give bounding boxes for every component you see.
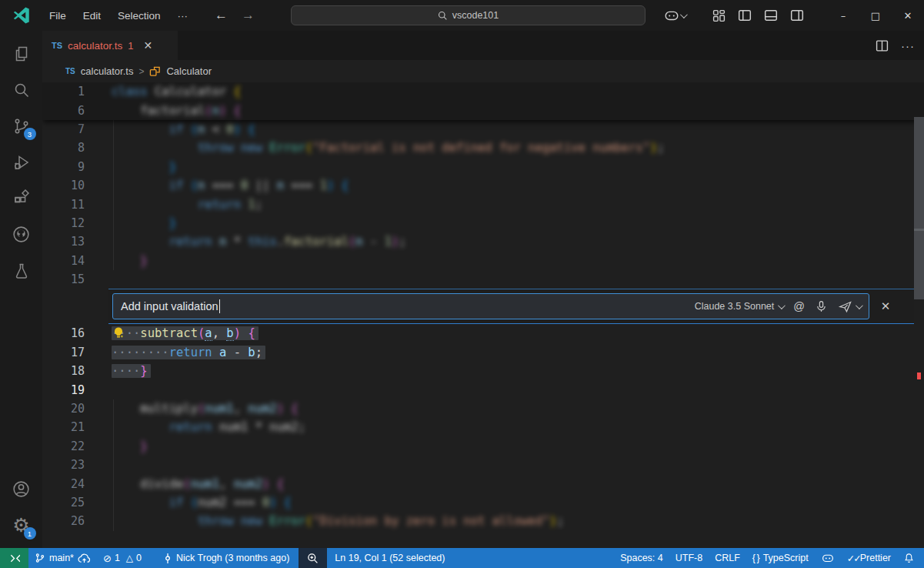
code-line-9[interactable]: 9 } bbox=[42, 158, 924, 176]
attach-context-icon[interactable]: @ bbox=[793, 300, 805, 312]
code-line-24[interactable]: 24 divide(num1, num2) { bbox=[42, 474, 924, 493]
problems-status[interactable]: ⊘ 1 △ 0 bbox=[97, 548, 148, 568]
testing-icon[interactable] bbox=[3, 252, 40, 289]
zoom-status[interactable] bbox=[299, 548, 327, 568]
search-sidebar-icon[interactable] bbox=[3, 72, 40, 108]
vertical-scrollbar[interactable] bbox=[914, 117, 924, 299]
window-close-button[interactable]: ✕ bbox=[892, 0, 924, 31]
code-token: } bbox=[140, 254, 147, 268]
extensions-icon[interactable] bbox=[3, 180, 40, 216]
line-number: 16 bbox=[42, 326, 85, 340]
copilot-lightbulb-icon[interactable] bbox=[112, 326, 125, 340]
cursor-position-status[interactable]: Ln 19, Col 1 (52 selected) bbox=[329, 548, 451, 568]
code-line-13[interactable]: 13 return n * this.factorial(n - 1); bbox=[42, 232, 924, 251]
whitespace bbox=[112, 179, 169, 192]
code-line-18[interactable]: 18····} bbox=[42, 362, 924, 380]
code-line-26[interactable]: 26 throw new Error("Division by zero is … bbox=[42, 512, 924, 530]
editor-more-actions-icon[interactable]: ··· bbox=[901, 39, 915, 52]
inline-chat-input[interactable]: Add input validation Claude 3.5 Sonnet @ bbox=[112, 293, 869, 319]
nav-back-icon[interactable]: ← bbox=[215, 8, 228, 23]
symbol-class-icon bbox=[149, 65, 161, 77]
code-token: ) { bbox=[262, 477, 284, 491]
code-line-25[interactable]: 25 if (num2 === 0) { bbox=[42, 493, 924, 512]
code-line-17[interactable]: 17········return a - b; bbox=[42, 343, 924, 362]
inline-chat-widget: Add input validation Claude 3.5 Sonnet @ bbox=[42, 289, 924, 324]
code-line-6[interactable]: 6 factorial(n) { bbox=[42, 101, 924, 119]
chevron-down-icon bbox=[680, 11, 688, 18]
inline-chat-close-icon[interactable]: ✕ bbox=[874, 299, 897, 313]
explorer-icon[interactable] bbox=[3, 35, 40, 72]
settings-gear-icon[interactable]: ⚙ 1 bbox=[3, 507, 40, 543]
code-line-22[interactable]: 22 } bbox=[42, 437, 924, 456]
source-control-badge: 3 bbox=[24, 128, 36, 140]
eol-status[interactable]: CRLF bbox=[709, 548, 746, 568]
breadcrumb-symbol[interactable]: Calculator bbox=[166, 65, 212, 77]
menu-more[interactable]: ··· bbox=[171, 7, 195, 25]
indentation-status[interactable]: Spaces: 4 bbox=[614, 548, 669, 568]
microphone-icon[interactable] bbox=[815, 300, 828, 313]
run-debug-icon[interactable] bbox=[3, 144, 40, 180]
copilot-status[interactable] bbox=[815, 548, 841, 568]
whitespace bbox=[112, 198, 198, 212]
accounts-icon[interactable] bbox=[3, 471, 40, 507]
remote-indicator[interactable] bbox=[0, 548, 28, 568]
menu-file[interactable]: File bbox=[42, 7, 73, 25]
code-line-8[interactable]: 8 throw new Error("Factorial is not defi… bbox=[42, 139, 924, 157]
split-editor-icon[interactable] bbox=[876, 39, 889, 52]
model-picker[interactable]: Claude 3.5 Sonnet bbox=[695, 301, 784, 312]
breadcrumb-file[interactable]: calculator.ts bbox=[81, 65, 134, 77]
code-token: 0 bbox=[262, 496, 269, 510]
code-token bbox=[212, 235, 219, 249]
code-token: Error bbox=[269, 141, 305, 155]
code-token: throw bbox=[198, 514, 234, 528]
code-line-14[interactable]: 14 } bbox=[42, 252, 924, 270]
code-token: ( bbox=[183, 496, 198, 510]
code-token: ; bbox=[299, 420, 305, 434]
toggle-secondary-sidebar-icon[interactable] bbox=[786, 5, 809, 26]
github-icon[interactable] bbox=[3, 216, 40, 252]
language-status[interactable]: { } TypeScript bbox=[746, 548, 815, 568]
code-token: n bbox=[198, 122, 205, 136]
command-center-search[interactable]: vscode101 bbox=[291, 5, 645, 25]
code-editor[interactable]: 1class Calculator {6 factorial(n) { 7 if… bbox=[42, 82, 924, 548]
git-blame-status[interactable]: Nick Trogh (3 months ago) bbox=[157, 548, 295, 568]
toggle-sidebar-icon[interactable] bbox=[733, 5, 756, 26]
copilot-menu[interactable] bbox=[663, 7, 685, 24]
code-line-1[interactable]: 1class Calculator { bbox=[42, 82, 924, 101]
customize-layout-icon[interactable] bbox=[707, 5, 730, 26]
code-token: ) bbox=[549, 514, 556, 528]
source-control-icon[interactable]: 3 bbox=[3, 108, 40, 144]
encoding-status[interactable]: UTF-8 bbox=[669, 548, 709, 568]
chevron-down-icon[interactable] bbox=[856, 302, 863, 309]
notifications-status[interactable] bbox=[897, 548, 924, 568]
code-line-19[interactable]: 19 bbox=[42, 380, 924, 399]
sticky-scroll: 1class Calculator {6 factorial(n) { bbox=[42, 82, 924, 120]
code-line-20[interactable]: 20 multiply(num1, num2) { bbox=[42, 399, 924, 418]
code-line-7[interactable]: 7 if (n < 0) { bbox=[42, 120, 924, 139]
code-line-11[interactable]: 11 return 1; bbox=[42, 195, 924, 213]
code-line-21[interactable]: 21 return num1 * num2; bbox=[42, 418, 924, 436]
code-line-16[interactable]: 16····subtract(a, b) { bbox=[42, 324, 924, 342]
window-maximize-button[interactable]: □ bbox=[859, 0, 892, 31]
tab-close-icon[interactable]: ✕ bbox=[144, 39, 153, 52]
code-line-12[interactable]: 12 } bbox=[42, 214, 924, 232]
whitespace bbox=[112, 439, 140, 453]
code-token: ( bbox=[198, 326, 205, 340]
code-line-15[interactable]: 15 bbox=[42, 270, 924, 289]
code-line-10[interactable]: 10 if (n === 0 || n === 1) { bbox=[42, 176, 924, 195]
window-minimize-button[interactable]: – bbox=[827, 0, 859, 31]
git-branch-status[interactable]: main* bbox=[28, 548, 97, 568]
tab-calculator-ts[interactable]: TS calculator.ts 1 ✕ bbox=[42, 31, 178, 60]
formatter-status[interactable]: ✓✓ Prettier bbox=[841, 548, 897, 568]
code-token: a bbox=[205, 326, 212, 341]
code-token: } bbox=[140, 364, 147, 378]
menu-selection[interactable]: Selection bbox=[111, 7, 168, 25]
menu-edit[interactable]: Edit bbox=[76, 7, 108, 25]
nav-forward-icon[interactable]: → bbox=[242, 8, 255, 23]
toggle-panel-icon[interactable] bbox=[759, 5, 782, 26]
title-bar: File Edit Selection ··· ← → vscode101 bbox=[0, 0, 924, 31]
code-line-23[interactable]: 23 bbox=[42, 456, 924, 474]
zoom-in-icon bbox=[307, 553, 319, 564]
send-icon[interactable] bbox=[838, 299, 852, 314]
error-icon: ⊘ bbox=[103, 553, 112, 564]
